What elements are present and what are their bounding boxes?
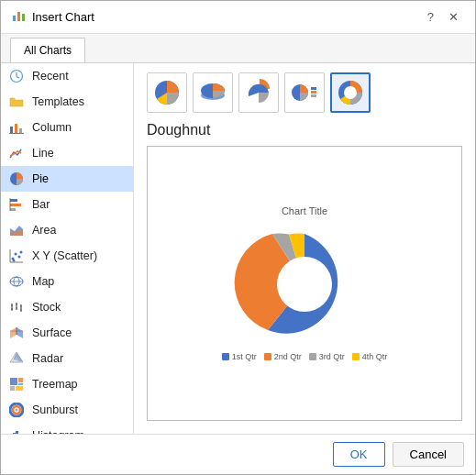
sidebar-label-treemap: Treemap: [32, 378, 78, 391]
sidebar-item-stock[interactable]: Stock: [1, 294, 133, 320]
chart-type-pie-bar[interactable]: [284, 72, 325, 113]
sidebar-label-column: Column: [32, 121, 72, 134]
surface-chart-icon: [8, 325, 25, 341]
footer: OK Cancel: [1, 434, 475, 474]
svg-point-84: [344, 86, 357, 99]
svg-point-18: [15, 253, 17, 256]
svg-rect-46: [16, 386, 23, 391]
svg-rect-80: [311, 87, 316, 90]
legend-color-3: [309, 353, 316, 360]
svg-rect-8: [19, 128, 22, 133]
svg-point-85: [277, 257, 332, 312]
svg-rect-6: [10, 127, 13, 133]
cancel-button[interactable]: Cancel: [393, 442, 464, 467]
svg-point-50: [16, 409, 18, 412]
doughnut-svg: [217, 220, 392, 348]
sidebar-label-area: Area: [32, 224, 56, 237]
legend-label-1: 1st Qtr: [232, 352, 257, 361]
sidebar-label-sunburst: Sunburst: [32, 403, 78, 416]
svg-line-5: [17, 77, 19, 79]
close-button[interactable]: ✕: [443, 9, 464, 25]
sidebar-label-surface: Surface: [32, 326, 72, 339]
chart-preview-area: Chart Title: [147, 146, 462, 421]
radar-chart-icon: [8, 350, 25, 367]
sidebar-item-templates[interactable]: Templates: [1, 89, 133, 115]
svg-rect-2: [22, 14, 25, 21]
sidebar-item-surface[interactable]: Surface: [1, 320, 133, 346]
sunburst-chart-icon: [8, 402, 25, 418]
sidebar-item-map[interactable]: Map: [1, 269, 133, 294]
main-area: Doughnut Chart Title: [134, 63, 475, 434]
tab-all-charts[interactable]: All Charts: [10, 38, 85, 62]
sidebar-label-map: Map: [32, 275, 54, 288]
svg-rect-1: [17, 12, 20, 21]
sidebar-item-line[interactable]: Line: [1, 140, 133, 166]
svg-marker-36: [17, 327, 23, 338]
dialog-icon: [12, 8, 27, 26]
folder-icon: [8, 94, 25, 110]
sidebar-item-radar[interactable]: Radar: [1, 346, 133, 371]
svg-rect-81: [311, 91, 316, 94]
tab-bar: All Charts: [1, 34, 475, 63]
svg-rect-0: [13, 16, 16, 21]
sidebar-label-stock: Stock: [32, 301, 61, 314]
legend-item-1: 1st Qtr: [222, 352, 257, 361]
svg-point-21: [13, 260, 16, 262]
map-chart-icon: [8, 273, 25, 290]
column-chart-icon: [8, 119, 25, 136]
ok-button[interactable]: OK: [333, 442, 385, 467]
legend-item-2: 2nd Qtr: [264, 352, 302, 361]
svg-rect-47: [18, 383, 23, 385]
sidebar-item-scatter[interactable]: X Y (Scatter): [1, 243, 133, 269]
svg-rect-82: [311, 94, 316, 97]
legend-color-2: [264, 353, 271, 360]
help-button[interactable]: ?: [422, 9, 439, 25]
chart-type-name: Doughnut: [147, 122, 462, 138]
histogram-chart-icon: [8, 427, 25, 434]
chart-legend: 1st Qtr 2nd Qtr 3rd Qtr 4th Qtr: [222, 352, 388, 361]
svg-rect-43: [10, 378, 17, 385]
legend-color-1: [222, 353, 229, 360]
legend-label-2: 2nd Qtr: [274, 352, 302, 361]
title-bar-buttons: ? ✕: [422, 9, 464, 25]
sidebar: Recent Templates: [1, 63, 134, 434]
title-bar-left: Insert Chart: [12, 8, 94, 26]
sidebar-item-bar[interactable]: Bar: [1, 192, 133, 217]
svg-rect-7: [15, 124, 17, 133]
legend-item-4: 4th Qtr: [352, 352, 388, 361]
scatter-chart-icon: [8, 248, 25, 264]
sidebar-item-area[interactable]: Area: [1, 217, 133, 243]
title-bar: Insert Chart ? ✕: [1, 1, 475, 34]
chart-inner-title: Chart Title: [282, 205, 327, 216]
chart-type-pie-plain[interactable]: [147, 72, 187, 113]
content-area: Recent Templates: [1, 63, 475, 434]
svg-rect-11: [10, 199, 17, 202]
sidebar-label-radar: Radar: [32, 352, 63, 365]
legend-color-4: [352, 353, 360, 360]
sidebar-item-recent[interactable]: Recent: [1, 63, 133, 89]
bar-chart-icon: [8, 196, 25, 213]
sidebar-label-line: Line: [32, 147, 54, 160]
stock-chart-icon: [8, 299, 25, 315]
dialog-title: Insert Chart: [32, 10, 94, 24]
sidebar-item-sunburst[interactable]: Sunburst: [1, 397, 133, 423]
chart-type-pie-3d[interactable]: [193, 72, 233, 113]
legend-item-3: 3rd Qtr: [309, 352, 345, 361]
area-chart-icon: [8, 222, 25, 238]
chart-type-doughnut[interactable]: [330, 72, 371, 113]
sidebar-item-histogram[interactable]: Histogram: [1, 423, 133, 434]
legend-label-3: 3rd Qtr: [319, 352, 345, 361]
sidebar-label-templates: Templates: [32, 95, 84, 108]
svg-rect-44: [18, 378, 23, 382]
sidebar-label-recent: Recent: [32, 70, 69, 83]
sidebar-item-treemap[interactable]: Treemap: [1, 371, 133, 397]
insert-chart-dialog: Insert Chart ? ✕ All Charts Recent: [0, 0, 476, 475]
sidebar-label-bar: Bar: [32, 198, 50, 211]
svg-point-19: [18, 256, 21, 259]
sidebar-item-column[interactable]: Column: [1, 115, 133, 140]
chart-type-selector: [147, 72, 462, 113]
sidebar-label-scatter: X Y (Scatter): [32, 249, 97, 262]
svg-point-20: [20, 251, 23, 254]
chart-type-pie-exploded[interactable]: [238, 72, 279, 113]
sidebar-item-pie[interactable]: Pie: [1, 166, 133, 192]
